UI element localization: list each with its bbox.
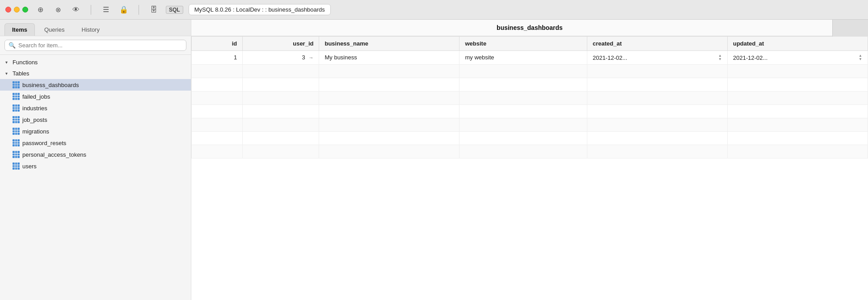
search-box: 🔍 — [0, 36, 191, 55]
chevron-tables: ▾ — [5, 71, 11, 76]
col-header-business-name[interactable]: business_name — [319, 37, 459, 51]
table-label-industries: industries — [22, 105, 47, 112]
table-label-failed-jobs: failed_jobs — [22, 93, 50, 100]
table-item-job-posts[interactable]: job_posts — [0, 114, 191, 125]
user-id-arrow[interactable]: → — [308, 55, 313, 60]
table-row-empty-2 — [192, 78, 868, 92]
toolbar-icons: ⊕ ⊗ 👁 ☰ 🔒 🗄 — [35, 5, 159, 15]
chevron-functions: ▾ — [5, 60, 11, 65]
bookmark-icon[interactable]: ⊕ — [35, 5, 45, 15]
table-label-personal-access-tokens: personal_access_tokens — [22, 151, 86, 158]
section-tables-label: Tables — [13, 70, 29, 77]
table-icon — [13, 93, 20, 100]
list-icon[interactable]: ☰ — [101, 5, 111, 15]
stepper-down[interactable]: ▼ — [859, 58, 862, 61]
cell-updated-at: 2021-12-02... ▲ ▼ — [727, 51, 868, 65]
lock-icon[interactable]: 🔒 — [119, 5, 129, 15]
main-layout: Items Queries History 🔍 ▾ Functions ▾ Ta… — [0, 20, 868, 300]
updated-at-cell: 2021-12-02... ▲ ▼ — [733, 54, 862, 61]
col-header-id[interactable]: id — [192, 37, 243, 51]
cell-created-at: 2021-12-02... ▲ ▼ — [587, 51, 727, 65]
table-icon — [13, 104, 20, 112]
cell-website: my website — [459, 51, 587, 65]
table-item-personal-access-tokens[interactable]: personal_access_tokens — [0, 149, 191, 160]
table-title: business_dashboards — [191, 20, 868, 36]
section-functions[interactable]: ▾ Functions — [0, 57, 191, 68]
close-button[interactable] — [5, 7, 11, 12]
table-item-users[interactable]: users — [0, 160, 191, 172]
table-item-failed-jobs[interactable]: failed_jobs — [0, 91, 191, 102]
col-header-created-at[interactable]: created_at — [587, 37, 727, 51]
table-icon — [13, 162, 20, 170]
table-row[interactable]: 1 3 → My business my website 2021-12-02.… — [192, 51, 868, 65]
table-icon — [13, 128, 20, 135]
search-inner: 🔍 — [4, 40, 186, 51]
maximize-button[interactable] — [22, 7, 28, 12]
title-bar: ⊕ ⊗ 👁 ☰ 🔒 🗄 SQL MySQL 8.0.26 : LocalDev … — [0, 0, 868, 20]
table-label-migrations: migrations — [22, 128, 49, 135]
search-input[interactable] — [18, 42, 182, 49]
cell-user-id: 3 → — [243, 51, 319, 65]
table-label-business-dashboards: business_dashboards — [22, 82, 79, 88]
col-header-user-id[interactable]: user_id — [243, 37, 319, 51]
cell-id: 1 — [192, 51, 243, 65]
created-at-cell: 2021-12-02... ▲ ▼ — [593, 54, 722, 61]
table-item-migrations[interactable]: migrations — [0, 125, 191, 137]
table-row-empty-7 — [192, 145, 868, 158]
table-row-empty-6 — [192, 132, 868, 145]
tab-items[interactable]: Items — [4, 23, 35, 36]
table-header-row: id user_id business_name website created… — [192, 37, 868, 51]
cell-business-name: My business — [319, 51, 459, 65]
sidebar-tabs: Items Queries History — [0, 20, 191, 36]
traffic-lights — [5, 7, 28, 12]
col-header-website[interactable]: website — [459, 37, 587, 51]
content-area: business_dashboards id user_id business_… — [191, 20, 868, 300]
section-tables[interactable]: ▾ Tables — [0, 68, 191, 79]
table-label-users: users — [22, 163, 37, 170]
tab-queries[interactable]: Queries — [37, 23, 72, 36]
tab-history[interactable]: History — [74, 23, 107, 36]
table-row-empty-4 — [192, 105, 868, 118]
table-label-password-resets: password_resets — [22, 140, 66, 146]
stepper-down[interactable]: ▼ — [718, 58, 722, 61]
cancel-icon[interactable]: ⊗ — [53, 5, 63, 15]
table-row-empty-3 — [192, 92, 868, 105]
data-table-wrapper[interactable]: id user_id business_name website created… — [191, 36, 868, 300]
table-icon — [13, 116, 20, 123]
table-row-empty-5 — [192, 118, 868, 132]
toolbar-divider-1 — [91, 5, 91, 15]
table-item-business-dashboards[interactable]: business_dashboards — [0, 79, 191, 91]
data-table: id user_id business_name website created… — [191, 36, 868, 158]
table-row-empty-1 — [192, 65, 868, 78]
db-icon[interactable]: 🗄 — [149, 5, 159, 15]
table-icon — [13, 139, 20, 146]
table-icon — [13, 151, 20, 158]
toolbar-divider-2 — [139, 5, 139, 15]
table-label-job-posts: job_posts — [22, 117, 47, 123]
table-item-industries[interactable]: industries — [0, 102, 191, 114]
table-icon — [13, 81, 20, 88]
connection-info: MySQL 8.0.26 : LocalDev : : business_das… — [189, 4, 331, 15]
search-icon: 🔍 — [8, 42, 16, 49]
sidebar: Items Queries History 🔍 ▾ Functions ▾ Ta… — [0, 20, 191, 300]
updated-at-stepper[interactable]: ▲ ▼ — [859, 54, 862, 61]
col-header-updated-at[interactable]: updated_at — [727, 37, 868, 51]
sql-badge[interactable]: SQL — [166, 6, 183, 14]
eye-icon[interactable]: 👁 — [71, 5, 81, 15]
table-item-password-resets[interactable]: password_resets — [0, 137, 191, 149]
sidebar-tree: ▾ Functions ▾ Tables business_dashboards — [0, 55, 191, 300]
created-at-stepper[interactable]: ▲ ▼ — [718, 54, 722, 61]
section-functions-label: Functions — [13, 59, 38, 66]
minimize-button[interactable] — [14, 7, 20, 12]
